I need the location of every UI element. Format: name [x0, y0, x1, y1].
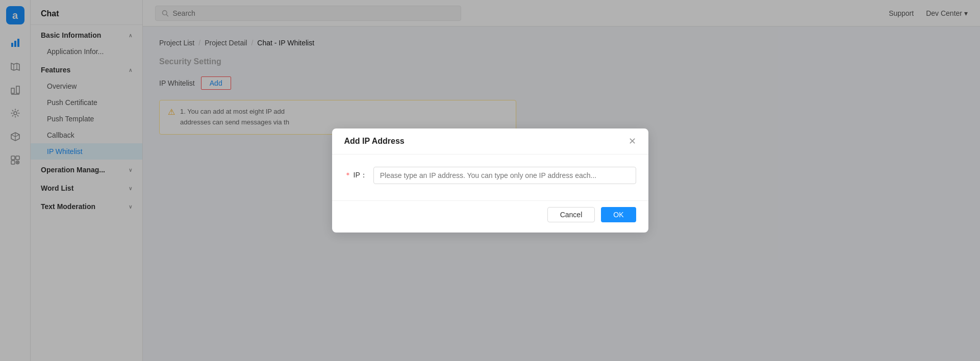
- form-label-ip: ＊IP：: [344, 171, 367, 180]
- required-star: ＊: [344, 171, 351, 179]
- ip-address-input[interactable]: [373, 167, 636, 184]
- modal-close-button[interactable]: ✕: [629, 137, 636, 146]
- modal-body: ＊IP：: [332, 154, 648, 200]
- add-ip-modal: Add IP Address ✕ ＊IP： Cancel OK: [332, 128, 648, 233]
- ip-form-row: ＊IP：: [344, 167, 636, 184]
- modal-title: Add IP Address: [344, 137, 405, 146]
- modal-footer: Cancel OK: [332, 200, 648, 233]
- modal-header: Add IP Address ✕: [332, 128, 648, 154]
- cancel-button[interactable]: Cancel: [547, 207, 595, 222]
- modal-overlay[interactable]: Add IP Address ✕ ＊IP： Cancel OK: [0, 0, 980, 361]
- ok-button[interactable]: OK: [601, 207, 636, 222]
